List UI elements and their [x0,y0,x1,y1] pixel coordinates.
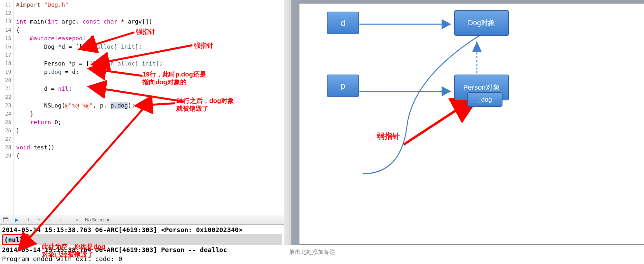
line-number: 23 [0,101,11,110]
line-number: 11 [0,1,11,9]
node-label: d [341,18,345,28]
code-token: main( [27,18,48,25]
slide-canvas[interactable]: d p Dog对象 Person对象 _dog 弱指针 [291,0,644,245]
code-token: { [16,152,284,160]
svg-line-11 [404,108,459,145]
code-token: ; [69,85,72,92]
code-token: , p, [93,102,110,109]
xcode-editor-panel: 11 12 13 14 15 16 17 18 19 20 21 22 23 2… [0,0,284,264]
code-token: { [16,26,284,34]
line-number: 21 [0,85,11,93]
console-output[interactable]: 2014-05-14 15:15:38.763 06-ARC[4619:303]… [0,225,284,264]
diagram-node-d[interactable]: d [327,12,359,34]
line-number: 25 [0,118,11,127]
line-number: 12 [0,9,11,17]
line-number: 19 [0,68,11,76]
code-token: d = [16,85,58,92]
diagram-node-dog-property[interactable]: _dog [467,92,503,107]
ppt-slide-area: d p Dog对象 Person对象 _dog 弱指针 [284,0,644,245]
location-icon[interactable]: ➤ [74,217,81,223]
code-token: int [48,18,58,25]
slide-content: d p Dog对象 Person对象 _dog 弱指针 [299,3,644,245]
line-number: 18 [0,59,11,68]
console-line: 2014-05-14 15:15:38.763 06-ARC[4619:303]… [2,225,282,234]
code-token: Dog [83,43,93,50]
continue-icon[interactable]: ▶ [14,217,20,223]
code-token: init [121,43,135,50]
line-number: 16 [0,43,11,51]
line-number: 17 [0,51,11,59]
line-number: 24 [0,110,11,118]
line-number: 27 [0,135,11,143]
line-number: 20 [0,76,11,85]
node-label: Dog对象 [468,18,495,28]
node-label: p [341,81,345,91]
diagram-node-p[interactable]: p [327,75,359,97]
code-token: alloc [114,60,135,67]
notes-placeholder: 单击此处添加备注 [289,249,335,255]
code-token: * argv[]) [117,18,152,25]
code-token: ] [114,43,121,50]
step-over-icon[interactable]: ↷ [35,217,42,223]
code-token: Person [93,60,114,67]
code-token: void [16,144,30,151]
ppt-left-scrollbar[interactable] [284,0,291,245]
diagram-connectors [299,4,644,244]
code-token: @"%@ %@" [65,102,93,109]
line-number: 22 [0,93,11,101]
line-number: 13 [0,17,11,26]
code-token: nil [58,85,69,92]
code-token: { [86,35,93,42]
code-token: NSLog( [16,102,65,109]
source-editor[interactable]: #import "Dog.h" int main(int argc, const… [14,0,284,215]
code-token: 0; [51,119,62,126]
code-token: ]; [156,60,163,67]
code-token: init [142,60,156,67]
line-number-gutter: 11 12 13 14 15 16 17 18 19 20 21 22 23 2… [0,0,14,215]
code-token: test() [30,144,54,151]
node-label: Person对象 [463,83,500,92]
code-token: #import [16,1,44,8]
code-token: } [16,127,284,135]
line-number: 26 [0,127,11,135]
console-line: Program ended with exit code: 0 [2,254,282,263]
step-in-icon[interactable]: ↓ [46,217,53,223]
code-token: alloc [93,43,114,50]
code-token: = d; [62,68,79,75]
svg-rect-7 [3,218,8,219]
code-token: @autoreleasepool [16,35,86,42]
code-area: 11 12 13 14 15 16 17 18 19 20 21 22 23 2… [0,0,284,215]
line-number: 29 [0,152,11,160]
pause-icon[interactable]: ⏸ [24,217,31,223]
line-number: 15 [0,34,11,43]
code-token: char [100,18,117,25]
code-token: argc, [58,18,83,25]
debug-selection-label: No Selection [85,217,111,222]
code-token: const [83,18,100,25]
code-token: return [16,119,51,126]
line-number: 14 [0,26,11,34]
toggle-debug-icon[interactable] [3,217,9,223]
code-token: Person *p = [[ [16,60,93,67]
code-token: Dog *d = [[ [16,43,83,50]
annotation-weak-pointer: 弱指针 [377,131,400,141]
code-token: dog [51,68,62,75]
ppt-notes-area[interactable]: 单击此处添加备注 [284,245,644,264]
console-null-highlight: (null) [2,234,30,245]
console-line: 2014-05-14 15:15:38.764 06-ARC[4619:303]… [2,245,282,254]
powerpoint-panel: d p Dog对象 Person对象 _dog 弱指针 单击此处添加备注 [284,0,644,264]
step-out-icon[interactable]: ↑ [57,217,64,223]
code-token: int [16,18,27,25]
code-token: ] [135,60,142,67]
diagram-node-dog-object[interactable]: Dog对象 [454,10,509,36]
code-token: } [16,110,284,118]
node-label: _dog [478,96,492,103]
code-token: "Dog.h" [44,1,69,8]
code-token-selected: p.dog [111,102,128,109]
code-token: p. [16,68,51,75]
debug-toolbar: ▶ ⏸ ↷ ↓ ↑ | ➤ No Selection [0,215,284,225]
code-token: ); [128,102,135,109]
code-token: ]; [135,43,142,50]
line-number: 28 [0,143,11,152]
